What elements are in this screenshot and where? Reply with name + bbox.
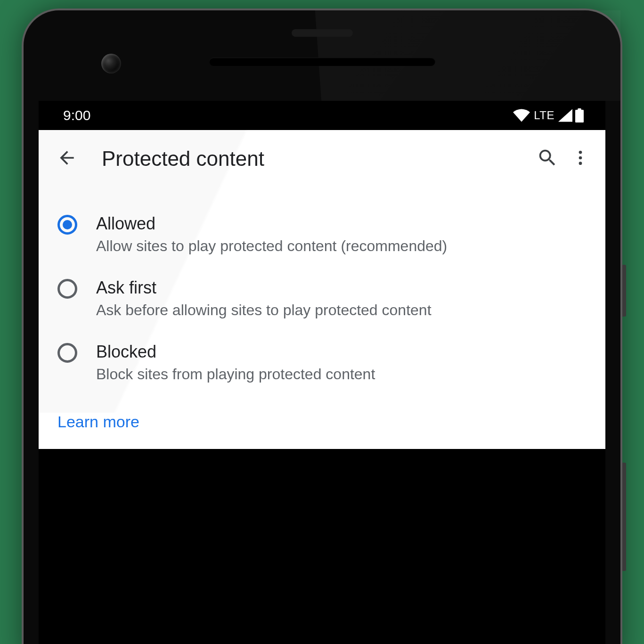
svg-point-2 [579,151,582,154]
more-vert-icon [571,148,590,169]
back-button[interactable] [52,144,82,174]
svg-point-4 [579,162,582,165]
app-bar: Protected content [39,130,605,187]
network-label: LTE [534,109,554,122]
app-content: Protected content [39,130,605,449]
option-description: Allow sites to play protected content (r… [96,236,589,256]
learn-more-link[interactable]: Learn more [39,395,158,449]
options-list: Allowed Allow sites to play protected co… [39,187,605,395]
phone-side-button [622,265,626,317]
radio-unselected-icon [57,279,77,299]
battery-icon [575,108,584,122]
phone-screen: 9:00 LTE [39,101,605,644]
page-title: Protected content [102,147,531,171]
option-blocked[interactable]: Blocked Block sites from playing protect… [39,331,605,395]
option-title: Blocked [96,341,589,363]
wifi-icon [513,109,530,122]
search-icon [537,147,558,171]
phone-hardware-top [24,10,620,101]
option-text: Ask first Ask before allowing sites to p… [96,277,589,320]
option-description: Ask before allowing sites to play protec… [96,300,589,320]
radio-ask-first[interactable] [57,279,77,320]
phone-frame: 9:00 LTE [24,10,620,644]
svg-rect-1 [578,108,581,111]
option-description: Block sites from playing protected conte… [96,364,589,384]
status-icons: LTE [513,108,584,122]
status-time: 9:00 [63,107,90,123]
option-ask-first[interactable]: Ask first Ask before allowing sites to p… [39,267,605,331]
radio-allowed[interactable] [57,215,77,256]
arrow-back-icon [57,147,77,170]
option-title: Allowed [96,213,589,235]
radio-unselected-icon [57,343,77,363]
option-title: Ask first [96,277,589,299]
radio-selected-icon [57,215,77,235]
radio-blocked[interactable] [57,343,77,384]
option-text: Blocked Block sites from playing protect… [96,341,589,384]
signal-icon [558,109,572,122]
svg-point-3 [579,156,582,160]
status-bar: 9:00 LTE [39,101,605,130]
option-text: Allowed Allow sites to play protected co… [96,213,589,256]
phone-side-button [622,463,626,571]
search-button[interactable] [531,142,564,175]
more-button[interactable] [564,142,597,175]
svg-rect-0 [575,110,584,122]
option-allowed[interactable]: Allowed Allow sites to play protected co… [39,203,605,267]
